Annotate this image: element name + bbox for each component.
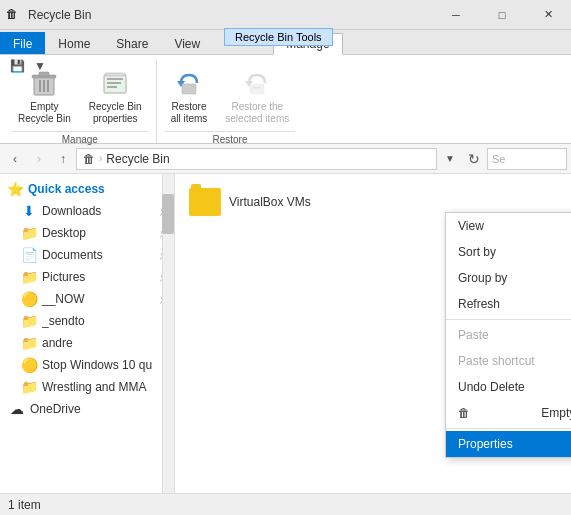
svg-rect-7: [107, 78, 123, 80]
restore-selected-items-button[interactable]: Restore theselected items: [219, 63, 295, 129]
documents-icon: 📄: [20, 247, 38, 263]
search-placeholder: Se: [492, 153, 505, 165]
sidebar-item-quick-access[interactable]: ⭐ Quick access: [0, 178, 174, 200]
now-label: __NOW: [42, 292, 153, 306]
ctx-item-empty-recycle-bin[interactable]: 🗑 Empty Recycle Bin: [446, 400, 571, 426]
sidebar-scrollbar-thumb[interactable]: [162, 194, 174, 234]
tab-home[interactable]: Home: [45, 32, 103, 54]
stop-windows-icon: 🟡: [20, 357, 38, 373]
sendto-icon: 📁: [20, 313, 38, 329]
ctx-separator-2: [446, 428, 571, 429]
recycle-bin-properties-label: Recycle Binproperties: [89, 101, 142, 125]
svg-rect-10: [105, 73, 125, 76]
sidebar-item-pictures[interactable]: 📁 Pictures 📌: [0, 266, 174, 288]
recycle-bin-properties-icon: [99, 67, 131, 99]
restore-group-label: Restore: [165, 131, 296, 145]
ctx-refresh-label: Refresh: [458, 297, 500, 311]
desktop-label: Desktop: [42, 226, 153, 240]
ribbon-tabs-wrapper: Recycle Bin Tools File Home Share View M…: [0, 30, 571, 54]
svg-rect-15: [253, 87, 261, 89]
ctx-item-properties[interactable]: Properties ↖: [446, 431, 571, 457]
svg-rect-9: [107, 86, 117, 88]
qa-dropdown-btn[interactable]: ▼: [29, 56, 51, 76]
tab-share[interactable]: Share: [103, 32, 161, 54]
andre-label: andre: [42, 336, 170, 350]
sidebar-item-wrestling[interactable]: 📁 Wrestling and MMA: [0, 376, 174, 398]
main-area: ⭐ Quick access ⬇ Downloads 📌 📁 Desktop 📌…: [0, 174, 571, 493]
ctx-item-group-by[interactable]: Group by ›: [446, 265, 571, 291]
manage-group-label: Manage: [12, 131, 148, 145]
onedrive-label: OneDrive: [30, 402, 170, 416]
sidebar-item-andre[interactable]: 📁 andre: [0, 332, 174, 354]
quick-access-toolbar: 💾 ▼: [6, 56, 51, 76]
sidebar: ⭐ Quick access ⬇ Downloads 📌 📁 Desktop 📌…: [0, 174, 175, 493]
refresh-button[interactable]: ↻: [463, 148, 485, 170]
minimize-button[interactable]: ─: [433, 0, 479, 30]
sidebar-item-sendto[interactable]: 📁 _sendto: [0, 310, 174, 332]
address-box[interactable]: 🗑 › Recycle Bin: [76, 148, 437, 170]
sidebar-item-downloads[interactable]: ⬇ Downloads 📌: [0, 200, 174, 222]
svg-rect-8: [107, 82, 121, 84]
close-button[interactable]: ✕: [525, 0, 571, 30]
maximize-button[interactable]: □: [479, 0, 525, 30]
stop-windows-label: Stop Windows 10 qu: [42, 358, 170, 372]
ctx-item-refresh[interactable]: Refresh: [446, 291, 571, 317]
ctx-separator-1: [446, 319, 571, 320]
sidebar-item-now[interactable]: 🟡 __NOW 📌: [0, 288, 174, 310]
search-box[interactable]: Se: [487, 148, 567, 170]
ctx-item-view[interactable]: View ›: [446, 213, 571, 239]
status-text: 1 item: [8, 498, 41, 512]
ctx-group-by-label: Group by: [458, 271, 507, 285]
ctx-undo-delete-label: Undo Delete: [458, 380, 525, 394]
back-button[interactable]: ‹: [4, 148, 26, 170]
documents-label: Documents: [42, 248, 153, 262]
desktop-icon: 📁: [20, 225, 38, 241]
ribbon-group-restore-content: Restoreall items Restore theselected ite…: [165, 63, 296, 129]
status-bar: 1 item: [0, 493, 571, 515]
window-controls: ─ □ ✕: [433, 0, 571, 30]
content-pane: VirtualBox VMs View › Sort by › Group by…: [175, 174, 571, 493]
folder-icon-virtualbox: [189, 188, 221, 216]
svg-rect-12: [182, 84, 196, 94]
context-menu: View › Sort by › Group by › Refresh Past…: [445, 212, 571, 458]
tab-file[interactable]: File: [0, 32, 45, 54]
wrestling-icon: 📁: [20, 379, 38, 395]
ctx-paste-shortcut-label: Paste shortcut: [458, 354, 535, 368]
title-bar: 🗑 Recycle Bin ─ □ ✕: [0, 0, 571, 30]
sidebar-item-stop-windows[interactable]: 🟡 Stop Windows 10 qu: [0, 354, 174, 376]
breadcrumb-separator: ›: [99, 153, 102, 164]
sidebar-item-desktop[interactable]: 📁 Desktop 📌: [0, 222, 174, 244]
title-bar-icon: 🗑: [6, 7, 22, 23]
sidebar-scrollbar[interactable]: [162, 174, 174, 493]
downloads-label: Downloads: [42, 204, 153, 218]
tab-view[interactable]: View: [161, 32, 213, 54]
ctx-item-sort-by[interactable]: Sort by ›: [446, 239, 571, 265]
ribbon: 💾 ▼ EmptyRecycle Bin: [0, 54, 571, 144]
sidebar-item-onedrive[interactable]: ☁ OneDrive: [0, 398, 174, 420]
ctx-item-undo-delete[interactable]: Undo Delete Ctrl+Z: [446, 374, 571, 400]
restore-all-items-button[interactable]: Restoreall items: [165, 63, 214, 129]
restore-selected-items-icon: [241, 67, 273, 99]
title-bar-title: Recycle Bin: [28, 8, 433, 22]
up-button[interactable]: ↑: [52, 148, 74, 170]
qa-save-btn[interactable]: 💾: [6, 56, 28, 76]
pictures-icon: 📁: [20, 269, 38, 285]
dropdown-address-button[interactable]: ▼: [439, 148, 461, 170]
ribbon-group-restore: Restoreall items Restore theselected ite…: [157, 59, 304, 143]
ctx-item-paste: Paste: [446, 322, 571, 348]
wrestling-label: Wrestling and MMA: [42, 380, 170, 394]
ctx-view-label: View: [458, 219, 484, 233]
restore-selected-items-label: Restore theselected items: [225, 101, 289, 125]
forward-button[interactable]: ›: [28, 148, 50, 170]
downloads-icon: ⬇: [20, 203, 38, 219]
andre-icon: 📁: [20, 335, 38, 351]
file-item-label-virtualbox: VirtualBox VMs: [229, 195, 311, 209]
svg-rect-14: [250, 84, 264, 94]
sidebar-item-documents[interactable]: 📄 Documents 📌: [0, 244, 174, 266]
empty-recycle-bin-label: EmptyRecycle Bin: [18, 101, 71, 125]
recycle-bin-properties-button[interactable]: Recycle Binproperties: [83, 63, 148, 129]
pictures-label: Pictures: [42, 270, 153, 284]
restore-all-items-label: Restoreall items: [171, 101, 208, 125]
ctx-paste-label: Paste: [458, 328, 489, 342]
now-icon: 🟡: [20, 291, 38, 307]
